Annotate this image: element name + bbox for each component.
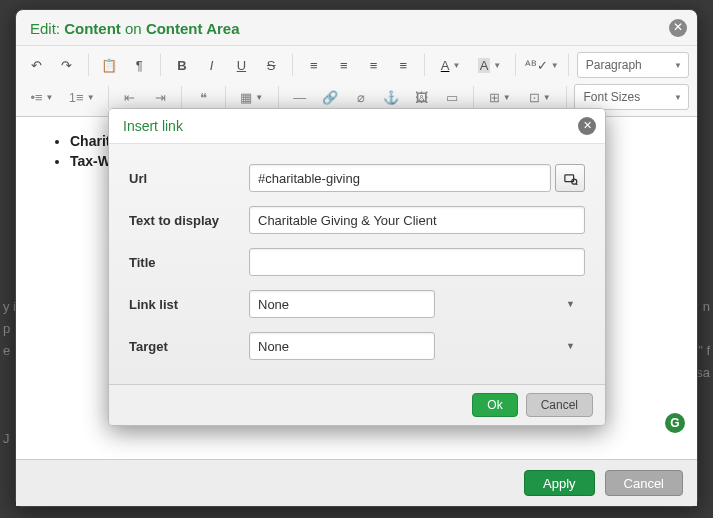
- insert-link-title: Insert link ✕: [109, 109, 605, 144]
- align-right-button[interactable]: ≡: [361, 52, 387, 78]
- paste-button[interactable]: 📋: [96, 52, 122, 78]
- chevron-down-icon: ▼: [566, 341, 575, 351]
- cancel-button[interactable]: Cancel: [605, 470, 683, 496]
- link-button[interactable]: 🔗: [317, 84, 343, 110]
- insert-link-footer: Ok Cancel: [109, 384, 605, 425]
- title-area: Content Area: [146, 20, 240, 37]
- apply-button[interactable]: Apply: [524, 470, 595, 496]
- hr-button[interactable]: —: [286, 84, 312, 110]
- number-list-button[interactable]: 1≡▼: [64, 84, 100, 110]
- linklist-label: Link list: [129, 297, 249, 312]
- snippet-button[interactable]: ⊡▼: [522, 84, 558, 110]
- text-input[interactable]: [249, 206, 585, 234]
- image-button[interactable]: 🖼: [408, 84, 434, 110]
- title-prefix: Edit:: [30, 20, 64, 37]
- url-label: Url: [129, 171, 249, 186]
- unlink-button[interactable]: ⌀: [347, 84, 373, 110]
- insert-link-dialog: Insert link ✕ Url Text to display Title: [108, 108, 606, 426]
- font-size-select[interactable]: Font Sizes▼: [574, 84, 689, 110]
- browse-icon[interactable]: [555, 164, 585, 192]
- align-left-button[interactable]: ≡: [301, 52, 327, 78]
- modal-title-bar: Edit: Content on Content Area ✕: [16, 10, 697, 46]
- paste-text-button[interactable]: ¶: [126, 52, 152, 78]
- url-input[interactable]: [249, 164, 551, 192]
- template-button[interactable]: ⊞▼: [482, 84, 518, 110]
- underline-button[interactable]: U: [229, 52, 255, 78]
- bold-button[interactable]: B: [169, 52, 195, 78]
- anchor-button[interactable]: ⚓: [378, 84, 404, 110]
- strike-button[interactable]: S: [258, 52, 284, 78]
- linklist-select[interactable]: [249, 290, 435, 318]
- bullet-list-button[interactable]: •≡▼: [24, 84, 60, 110]
- italic-button[interactable]: I: [199, 52, 225, 78]
- title-on: on: [121, 20, 146, 37]
- svg-line-2: [576, 183, 577, 184]
- chevron-down-icon: ▼: [566, 299, 575, 309]
- title-input[interactable]: [249, 248, 585, 276]
- modal-footer: Apply Cancel: [16, 459, 697, 506]
- format-select[interactable]: Paragraph▼: [577, 52, 689, 78]
- editor-toolbar: ↶ ↷ 📋 ¶ B I U S ≡ ≡ ≡ ≡ A▼ A▼ ᴬᴮ✓▼ Parag…: [16, 46, 697, 117]
- indent-button[interactable]: ⇥: [147, 84, 173, 110]
- align-justify-button[interactable]: ≡: [390, 52, 416, 78]
- outdent-button[interactable]: ⇤: [117, 84, 143, 110]
- close-icon[interactable]: ✕: [578, 117, 596, 135]
- redo-button[interactable]: ↷: [54, 52, 80, 78]
- title-target: Content: [64, 20, 121, 37]
- target-select[interactable]: [249, 332, 435, 360]
- text-color-button[interactable]: A▼: [433, 52, 468, 78]
- spellcheck-button[interactable]: ᴬᴮ✓▼: [524, 52, 560, 78]
- media-button[interactable]: ▭: [439, 84, 465, 110]
- bg-color-button[interactable]: A▼: [472, 52, 507, 78]
- align-center-button[interactable]: ≡: [331, 52, 357, 78]
- insert-link-body: Url Text to display Title Link list: [109, 144, 605, 384]
- ok-button[interactable]: Ok: [472, 393, 517, 417]
- table-button[interactable]: ▦▼: [234, 84, 270, 110]
- title-label: Title: [129, 255, 249, 270]
- undo-button[interactable]: ↶: [24, 52, 50, 78]
- text-label: Text to display: [129, 213, 249, 228]
- close-icon[interactable]: ✕: [669, 19, 687, 37]
- grammarly-badge[interactable]: G: [665, 413, 685, 433]
- blockquote-button[interactable]: ❝: [190, 84, 216, 110]
- cancel-button[interactable]: Cancel: [526, 393, 593, 417]
- target-label: Target: [129, 339, 249, 354]
